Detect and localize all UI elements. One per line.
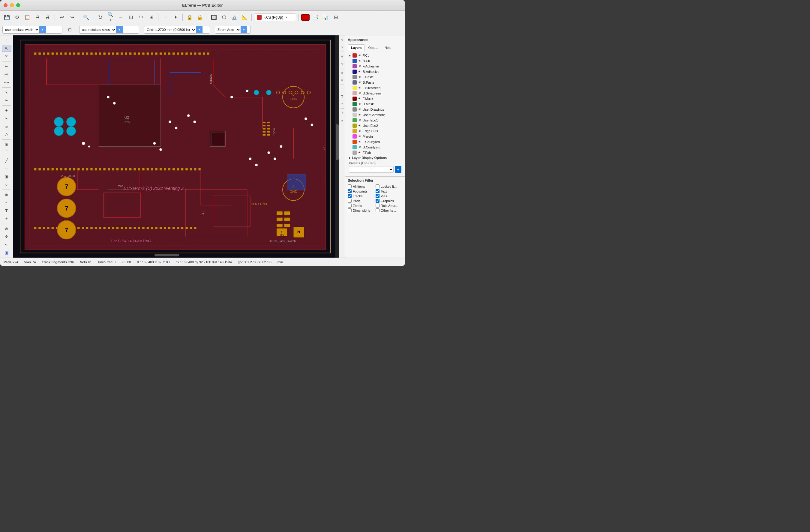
save-button[interactable]: 💾 xyxy=(2,13,11,22)
scrollbar-thumb[interactable] xyxy=(336,124,339,160)
pcb-select-tool[interactable]: ▣ xyxy=(2,249,11,256)
measure-icon[interactable]: ⌖ xyxy=(340,100,345,107)
via-select-wrapper[interactable]: use netclass sizes ▼ xyxy=(79,26,139,34)
layer-item[interactable]: 👁 User.Comment xyxy=(348,112,403,118)
tab-nets[interactable]: Nets xyxy=(381,44,395,51)
print2-button[interactable]: 🖨 xyxy=(43,13,52,22)
zoom-fit-button[interactable]: ⊡ xyxy=(126,13,135,22)
tab-layers[interactable]: Layers xyxy=(348,44,365,51)
layer-eye-icon[interactable]: 👁 xyxy=(358,140,361,144)
text-tool[interactable]: T xyxy=(2,207,11,214)
minimize-button[interactable] xyxy=(10,3,14,7)
filter-checkbox[interactable] xyxy=(348,194,352,198)
layer-eye-icon[interactable]: 👁 xyxy=(358,135,361,138)
layer-item[interactable]: 👁 User.Eco2 xyxy=(348,123,403,128)
add-tool[interactable]: ⊕ xyxy=(2,191,11,199)
layer-item[interactable]: 👁 F.Courtyard xyxy=(348,139,403,145)
unlock-button[interactable]: 🔓 xyxy=(195,13,204,22)
layer-eye-icon[interactable]: 👁 xyxy=(358,81,361,84)
layer-item[interactable]: 👁 Margin xyxy=(348,134,403,139)
down-icon[interactable]: ↙ xyxy=(340,117,345,123)
filter-checkbox[interactable] xyxy=(348,209,352,212)
filter-checkbox[interactable] xyxy=(376,194,379,198)
grid-select-wrapper[interactable]: Grid: 1.2700 mm (0.0500 in) ▼ xyxy=(144,26,210,34)
layer-item[interactable]: 👁 B.Mask xyxy=(348,101,403,107)
layers-scroll[interactable]: ▶ 👁 F.Cu 👁 B.Cu 👁 F.Adhesive 👁 B.Adhesiv… xyxy=(348,53,403,155)
filter-checkbox[interactable] xyxy=(376,199,379,203)
zoom-1-button[interactable]: 1:1 xyxy=(136,13,146,22)
layer-eye-icon[interactable]: 👁 xyxy=(358,54,361,57)
new-button[interactable]: 📋 xyxy=(23,13,32,22)
redo-button[interactable]: ↪ xyxy=(67,13,77,22)
highlight-tool[interactable]: ✦ xyxy=(2,107,11,114)
edit-tool[interactable]: ⌀ xyxy=(2,123,11,131)
arrow-cursor-tool[interactable]: ↖ xyxy=(2,241,11,249)
measure-mm[interactable]: mm xyxy=(2,79,11,86)
layer-eye-icon[interactable]: 👁 xyxy=(358,59,361,63)
lock-button[interactable]: 🔒 xyxy=(185,13,194,22)
layer-item[interactable]: 👁 B.Paste xyxy=(348,80,403,85)
arc-tool[interactable]: ⌒ xyxy=(2,149,11,156)
filter-checkbox[interactable] xyxy=(376,209,379,212)
calc-button[interactable]: 📐 xyxy=(240,13,249,22)
layer-display-options[interactable]: ▶ Layer Display Options xyxy=(348,155,403,160)
net-button[interactable]: ~ xyxy=(161,13,170,22)
zoom-sel-button[interactable]: ⊞ xyxy=(147,13,156,22)
3d-button[interactable]: ⬡ xyxy=(220,13,229,22)
zoom-select[interactable]: Zoom Auto xyxy=(215,26,241,33)
arc-icon[interactable]: ⌒ xyxy=(340,86,345,93)
layer-item[interactable]: 👁 F.Paste xyxy=(348,74,403,80)
layer-item[interactable]: 👁 User.Eco1 xyxy=(348,118,403,123)
layer-eye-icon[interactable]: 👁 xyxy=(358,146,361,149)
report-btn[interactable]: 📊 xyxy=(321,13,330,22)
layer-item[interactable]: 👁 F.Fab xyxy=(348,150,403,155)
layer-eye-icon[interactable]: 👁 xyxy=(358,97,361,100)
layer-eye-icon[interactable]: 👁 xyxy=(358,102,361,106)
inspect-button[interactable]: 🔬 xyxy=(230,13,239,22)
filter-checkbox[interactable] xyxy=(348,199,352,203)
via-select-btn[interactable]: ▼ xyxy=(116,26,123,34)
pad-tool[interactable]: ⌖ xyxy=(2,215,11,222)
zoom-select-wrapper[interactable]: Zoom Auto ▼ xyxy=(215,26,251,34)
layer-selector[interactable]: F.Cu (PgUp) ▼ xyxy=(254,14,296,21)
maximize-button[interactable] xyxy=(16,3,20,7)
cross-icon[interactable]: ✕ xyxy=(340,44,345,50)
layer-item[interactable]: 👁 User.Drawings xyxy=(348,107,403,112)
add-icon[interactable]: ↗ xyxy=(340,110,345,116)
cross-tool[interactable]: ✕ xyxy=(2,52,11,60)
layer-eye-icon[interactable]: 👁 xyxy=(358,75,361,79)
layer-item[interactable]: 👁 B.Silkscreen xyxy=(348,90,403,96)
wave-icon[interactable]: ∿ xyxy=(340,60,345,67)
color-btn[interactable] xyxy=(301,14,310,21)
zoom-select-btn[interactable]: ▼ xyxy=(241,26,247,34)
scissors-tool[interactable]: ✂ xyxy=(2,115,11,122)
layer-eye-icon[interactable]: 👁 xyxy=(358,151,361,154)
print-button[interactable]: 🖨 xyxy=(33,13,42,22)
grid-btn[interactable]: ⊞ xyxy=(331,13,340,22)
highlight-icon[interactable]: ⊛ xyxy=(340,70,345,76)
track-select-wrapper[interactable]: use netclass width ▼ xyxy=(2,26,62,34)
filter-checkbox[interactable] xyxy=(376,204,379,207)
layer-eye-icon[interactable]: 👁 xyxy=(358,108,361,111)
track-attach[interactable]: ⊟ xyxy=(65,25,75,34)
measure-mil[interactable]: mil xyxy=(2,71,11,78)
filter-checkbox[interactable] xyxy=(376,184,379,188)
layers-icon[interactable]: ▤ xyxy=(340,77,345,83)
drc-tool[interactable]: ⊛ xyxy=(2,225,11,232)
layer-eye-icon[interactable]: 👁 xyxy=(358,118,361,122)
grid-dots-btn[interactable]: ⠿ xyxy=(2,37,11,44)
layer-item[interactable]: 👁 F.Adhesive xyxy=(348,64,403,69)
layer-item[interactable]: 👁 Edge.Cuts xyxy=(348,128,403,134)
wavy2-tool[interactable]: ⌁ xyxy=(2,199,11,206)
via-select[interactable]: use netclass sizes xyxy=(80,26,116,33)
layer-item[interactable]: 👁 F.Mask xyxy=(348,96,403,101)
search-button[interactable]: 🔍 xyxy=(82,13,91,22)
pcb-canvas[interactable]: U2 Pico xyxy=(13,35,339,257)
filter-checkbox[interactable] xyxy=(376,189,379,193)
wavy-tool[interactable]: ∿ xyxy=(2,97,11,104)
close-button[interactable] xyxy=(4,3,7,7)
refresh-button[interactable]: ↻ xyxy=(96,13,105,22)
place-tool[interactable]: ▣ xyxy=(2,173,11,181)
track-select-btn[interactable]: ▼ xyxy=(39,26,46,34)
presets-dropdown[interactable]: —————— xyxy=(349,166,394,173)
